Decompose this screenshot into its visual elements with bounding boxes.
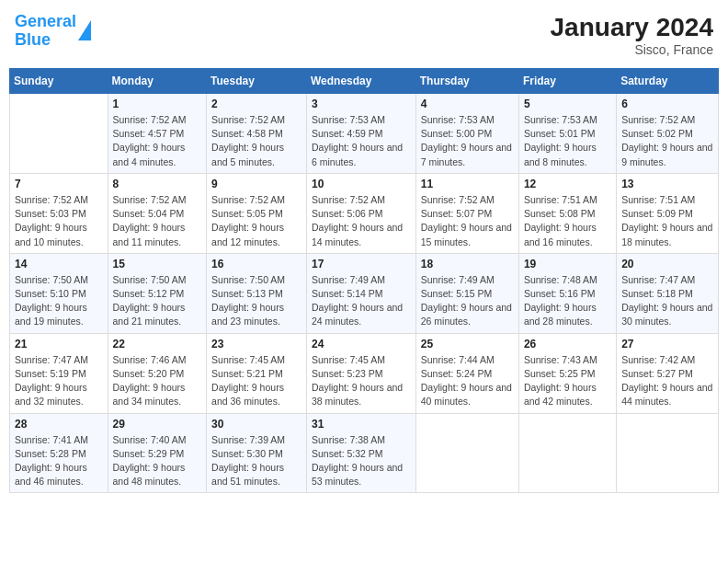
- calendar-cell: 23Sunrise: 7:45 AMSunset: 5:21 PMDayligh…: [207, 333, 307, 413]
- calendar-week-4: 21Sunrise: 7:47 AMSunset: 5:19 PMDayligh…: [10, 333, 719, 413]
- day-number: 17: [312, 258, 411, 270]
- day-detail: Sunrise: 7:42 AMSunset: 5:27 PMDaylight:…: [621, 353, 713, 409]
- day-detail: Sunrise: 7:50 AMSunset: 5:10 PMDaylight:…: [15, 273, 103, 329]
- calendar-cell: [415, 413, 518, 493]
- day-number: 19: [524, 258, 611, 270]
- header-day-sunday: Sunday: [10, 69, 108, 94]
- day-number: 28: [15, 418, 103, 431]
- calendar-week-1: 1Sunrise: 7:52 AMSunset: 4:57 PMDaylight…: [10, 94, 719, 174]
- day-number: 3: [312, 98, 411, 110]
- day-detail: Sunrise: 7:39 AMSunset: 5:30 PMDaylight:…: [211, 433, 301, 489]
- day-number: 9: [211, 178, 301, 190]
- day-number: 18: [421, 258, 514, 270]
- header-day-tuesday: Tuesday: [207, 69, 307, 94]
- day-detail: Sunrise: 7:52 AMSunset: 5:05 PMDaylight:…: [211, 193, 301, 249]
- calendar-cell: [10, 94, 108, 174]
- day-detail: Sunrise: 7:51 AMSunset: 5:08 PMDaylight:…: [524, 193, 611, 249]
- calendar-cell: 16Sunrise: 7:50 AMSunset: 5:13 PMDayligh…: [207, 253, 307, 333]
- calendar-cell: 27Sunrise: 7:42 AMSunset: 5:27 PMDayligh…: [617, 333, 719, 413]
- calendar-cell: 31Sunrise: 7:38 AMSunset: 5:32 PMDayligh…: [306, 413, 415, 493]
- calendar-title: January 2024: [551, 13, 713, 42]
- day-number: 5: [524, 98, 611, 110]
- day-detail: Sunrise: 7:52 AMSunset: 5:03 PMDaylight:…: [15, 193, 103, 249]
- calendar-cell: 30Sunrise: 7:39 AMSunset: 5:30 PMDayligh…: [207, 413, 307, 493]
- calendar-cell: 21Sunrise: 7:47 AMSunset: 5:19 PMDayligh…: [10, 333, 108, 413]
- calendar-cell: 25Sunrise: 7:44 AMSunset: 5:24 PMDayligh…: [415, 333, 518, 413]
- logo: GeneralBlue: [15, 13, 91, 50]
- day-detail: Sunrise: 7:49 AMSunset: 5:14 PMDaylight:…: [312, 273, 411, 329]
- day-detail: Sunrise: 7:47 AMSunset: 5:19 PMDaylight:…: [15, 353, 103, 409]
- header-day-thursday: Thursday: [415, 69, 518, 94]
- calendar-cell: 14Sunrise: 7:50 AMSunset: 5:10 PMDayligh…: [10, 253, 108, 333]
- day-number: 31: [312, 418, 411, 431]
- calendar-cell: [518, 413, 616, 493]
- day-number: 16: [211, 258, 301, 270]
- day-number: 24: [312, 338, 411, 350]
- day-number: 15: [113, 258, 202, 270]
- calendar-cell: 9Sunrise: 7:52 AMSunset: 5:05 PMDaylight…: [207, 173, 307, 253]
- day-detail: Sunrise: 7:52 AMSunset: 5:06 PMDaylight:…: [312, 193, 411, 249]
- day-detail: Sunrise: 7:41 AMSunset: 5:28 PMDaylight:…: [15, 433, 103, 489]
- day-number: 10: [312, 178, 411, 190]
- calendar-cell: 12Sunrise: 7:51 AMSunset: 5:08 PMDayligh…: [518, 173, 616, 253]
- header-day-saturday: Saturday: [617, 69, 719, 94]
- day-detail: Sunrise: 7:52 AMSunset: 5:04 PMDaylight:…: [113, 193, 202, 249]
- calendar-cell: 26Sunrise: 7:43 AMSunset: 5:25 PMDayligh…: [518, 333, 616, 413]
- page-header: GeneralBlue January 2024 Sisco, France: [9, 9, 719, 61]
- day-detail: Sunrise: 7:40 AMSunset: 5:29 PMDaylight:…: [113, 433, 202, 489]
- day-number: 20: [621, 258, 713, 270]
- calendar-cell: 17Sunrise: 7:49 AMSunset: 5:14 PMDayligh…: [306, 253, 415, 333]
- day-detail: Sunrise: 7:52 AMSunset: 5:07 PMDaylight:…: [421, 193, 514, 249]
- calendar-week-3: 14Sunrise: 7:50 AMSunset: 5:10 PMDayligh…: [10, 253, 719, 333]
- calendar-cell: [617, 413, 719, 493]
- calendar-cell: 20Sunrise: 7:47 AMSunset: 5:18 PMDayligh…: [617, 253, 719, 333]
- day-detail: Sunrise: 7:50 AMSunset: 5:12 PMDaylight:…: [113, 273, 202, 329]
- day-number: 8: [113, 178, 202, 190]
- day-detail: Sunrise: 7:49 AMSunset: 5:15 PMDaylight:…: [421, 273, 514, 329]
- calendar-cell: 22Sunrise: 7:46 AMSunset: 5:20 PMDayligh…: [108, 333, 207, 413]
- calendar-cell: 28Sunrise: 7:41 AMSunset: 5:28 PMDayligh…: [10, 413, 108, 493]
- calendar-cell: 3Sunrise: 7:53 AMSunset: 4:59 PMDaylight…: [306, 94, 415, 174]
- calendar-week-2: 7Sunrise: 7:52 AMSunset: 5:03 PMDaylight…: [10, 173, 719, 253]
- day-number: 7: [15, 178, 103, 190]
- day-detail: Sunrise: 7:53 AMSunset: 5:01 PMDaylight:…: [524, 113, 611, 169]
- day-number: 12: [524, 178, 611, 190]
- calendar-cell: 6Sunrise: 7:52 AMSunset: 5:02 PMDaylight…: [617, 94, 719, 174]
- day-number: 2: [211, 98, 301, 110]
- day-detail: Sunrise: 7:51 AMSunset: 5:09 PMDaylight:…: [621, 193, 713, 249]
- calendar-cell: 29Sunrise: 7:40 AMSunset: 5:29 PMDayligh…: [108, 413, 207, 493]
- day-number: 29: [113, 418, 202, 431]
- day-detail: Sunrise: 7:52 AMSunset: 4:57 PMDaylight:…: [113, 113, 202, 169]
- day-detail: Sunrise: 7:53 AMSunset: 4:59 PMDaylight:…: [312, 113, 411, 169]
- day-number: 27: [621, 338, 713, 350]
- day-number: 30: [211, 418, 301, 431]
- day-detail: Sunrise: 7:47 AMSunset: 5:18 PMDaylight:…: [621, 273, 713, 329]
- calendar-table: SundayMondayTuesdayWednesdayThursdayFrid…: [9, 68, 719, 493]
- day-detail: Sunrise: 7:45 AMSunset: 5:21 PMDaylight:…: [211, 353, 301, 409]
- day-number: 23: [211, 338, 301, 350]
- day-number: 21: [15, 338, 103, 350]
- calendar-cell: 24Sunrise: 7:45 AMSunset: 5:23 PMDayligh…: [306, 333, 415, 413]
- day-number: 4: [421, 98, 514, 110]
- calendar-cell: 1Sunrise: 7:52 AMSunset: 4:57 PMDaylight…: [108, 94, 207, 174]
- calendar-week-5: 28Sunrise: 7:41 AMSunset: 5:28 PMDayligh…: [10, 413, 719, 493]
- day-detail: Sunrise: 7:45 AMSunset: 5:23 PMDaylight:…: [312, 353, 411, 409]
- header-day-monday: Monday: [108, 69, 207, 94]
- calendar-cell: 11Sunrise: 7:52 AMSunset: 5:07 PMDayligh…: [415, 173, 518, 253]
- calendar-cell: 5Sunrise: 7:53 AMSunset: 5:01 PMDaylight…: [518, 94, 616, 174]
- day-detail: Sunrise: 7:43 AMSunset: 5:25 PMDaylight:…: [524, 353, 611, 409]
- day-number: 14: [15, 258, 103, 270]
- day-number: 6: [621, 98, 713, 110]
- day-detail: Sunrise: 7:52 AMSunset: 5:02 PMDaylight:…: [621, 113, 713, 169]
- calendar-cell: 15Sunrise: 7:50 AMSunset: 5:12 PMDayligh…: [108, 253, 207, 333]
- calendar-cell: 8Sunrise: 7:52 AMSunset: 5:04 PMDaylight…: [108, 173, 207, 253]
- calendar-cell: 18Sunrise: 7:49 AMSunset: 5:15 PMDayligh…: [415, 253, 518, 333]
- day-detail: Sunrise: 7:38 AMSunset: 5:32 PMDaylight:…: [312, 433, 411, 489]
- day-number: 22: [113, 338, 202, 350]
- header-row: SundayMondayTuesdayWednesdayThursdayFrid…: [10, 69, 719, 94]
- calendar-cell: 13Sunrise: 7:51 AMSunset: 5:09 PMDayligh…: [617, 173, 719, 253]
- day-number: 26: [524, 338, 611, 350]
- day-number: 13: [621, 178, 713, 190]
- header-day-wednesday: Wednesday: [306, 69, 415, 94]
- calendar-cell: 2Sunrise: 7:52 AMSunset: 4:58 PMDaylight…: [207, 94, 307, 174]
